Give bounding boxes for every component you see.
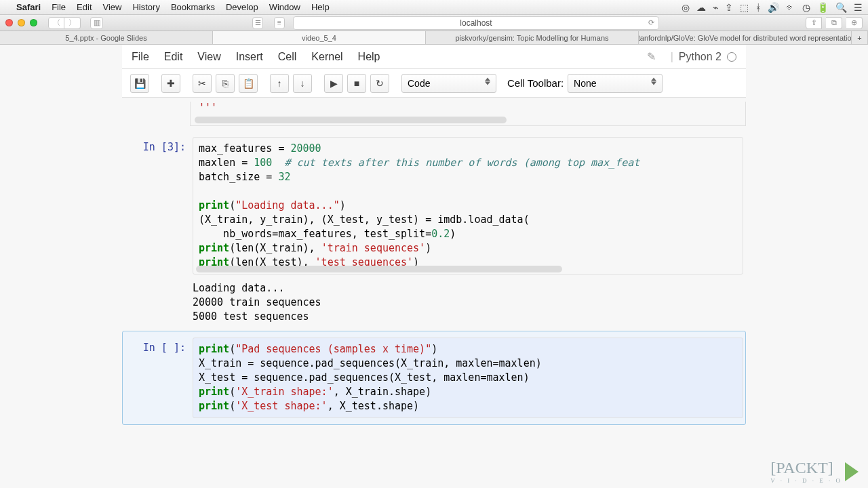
menu-help[interactable]: Help — [311, 2, 330, 12]
sidebar-button[interactable]: ▥ — [90, 17, 103, 29]
code-editor[interactable]: max_features = 20000 maxlen = 100 # cut … — [193, 137, 743, 274]
back-button[interactable]: 〈 — [48, 17, 64, 29]
move-up-button[interactable]: ↑ — [270, 74, 289, 93]
volume-icon[interactable]: 🔊 — [768, 2, 779, 13]
downloads-button[interactable]: ⊕ — [846, 17, 863, 29]
browser-tab[interactable]: piskvorky/gensim: Topic Modelling for Hu… — [426, 31, 639, 44]
browser-toolbar: 〈 〉 ▥ ☰ ≡ localhost ⟳ ⇧ ⧉ ⊕ — [0, 15, 868, 31]
status-icon[interactable]: ⇪ — [725, 2, 733, 13]
reader-button[interactable]: ☰ — [252, 17, 263, 29]
nb-menu-view[interactable]: View — [197, 51, 220, 63]
menu-file[interactable]: File — [52, 2, 66, 12]
wifi-icon[interactable]: ᯤ — [786, 2, 795, 13]
notebook-cells: ''' In [3]: max_features = 20000 maxlen … — [122, 102, 746, 439]
spotlight-icon[interactable]: 🔍 — [835, 2, 847, 13]
status-icon[interactable]: ⌁ — [713, 2, 718, 13]
horizontal-scrollbar[interactable] — [195, 117, 507, 123]
kernel-name: Python 2 — [679, 51, 722, 63]
browser-tab[interactable]: stanfordnlp/GloVe: GloVe model for distr… — [639, 31, 852, 44]
cell-prompt: In [3]: — [125, 137, 193, 274]
menu-history[interactable]: History — [132, 2, 159, 12]
notebook-menubar: File Edit View Insert Cell Kernel Help ✎… — [122, 45, 746, 69]
browser-tab[interactable]: 5_4.pptx - Google Slides — [0, 31, 213, 44]
browser-tabs: 5_4.pptx - Google Slides video_5_4 piskv… — [0, 31, 868, 45]
notebook-toolbar: 💾 ✚ ✂ ⎘ 📋 ↑ ↓ ▶ ■ ↻ Code Cell Toolbar: N… — [122, 69, 746, 98]
nb-menu-insert[interactable]: Insert — [236, 51, 263, 63]
share-button[interactable]: ⇧ — [806, 17, 822, 29]
restart-button[interactable]: ↻ — [370, 74, 389, 93]
nb-menu-edit[interactable]: Edit — [164, 51, 183, 63]
menu-edit[interactable]: Edit — [77, 2, 92, 12]
output-prompt — [125, 279, 193, 324]
status-icon[interactable]: ◎ — [682, 2, 690, 13]
cell-output: Loading data... 20000 train sequences 50… — [193, 279, 743, 324]
menubar-status-icons: ◎ ☁ ⌁ ⇪ ⬚ ᚼ 🔊 ᯤ ◷ 🔋 🔍 ☰ — [682, 2, 863, 13]
tabs-button[interactable]: ⧉ — [826, 17, 842, 29]
horizontal-scrollbar[interactable] — [196, 266, 562, 272]
menu-develop[interactable]: Develop — [226, 2, 258, 12]
stop-button[interactable]: ■ — [347, 74, 366, 93]
code-cell-partial: ''' — [122, 102, 746, 126]
macos-menubar: Safari File Edit View History Bookmarks … — [0, 0, 868, 15]
cell-prompt: In [ ]: — [125, 338, 193, 418]
cell-prompt — [122, 102, 190, 126]
reload-icon[interactable]: ⟳ — [648, 18, 654, 27]
paste-button[interactable]: 📋 — [239, 74, 258, 93]
kernel-status-icon[interactable] — [727, 52, 736, 62]
code-cell[interactable]: In [3]: max_features = 20000 maxlen = 10… — [122, 130, 746, 331]
cut-button[interactable]: ✂ — [193, 74, 212, 93]
code-editor[interactable]: print("Pad sequences (samples x time)") … — [193, 338, 743, 418]
packt-watermark: [PACKT] V · I · D · E · O — [770, 459, 859, 484]
nb-menu-help[interactable]: Help — [358, 51, 380, 63]
cell-toolbar-label: Cell Toolbar: — [507, 77, 564, 89]
new-tab-button[interactable]: + — [852, 31, 868, 44]
copy-button[interactable]: ⎘ — [216, 74, 235, 93]
address-bar[interactable]: localhost ⟳ — [293, 16, 659, 30]
move-down-button[interactable]: ↓ — [293, 74, 312, 93]
menu-view[interactable]: View — [103, 2, 122, 12]
cell-toolbar-select[interactable]: None — [568, 74, 663, 93]
app-name[interactable]: Safari — [16, 2, 41, 12]
battery-icon[interactable]: 🔋 — [817, 2, 829, 13]
nb-menu-cell[interactable]: Cell — [278, 51, 297, 63]
url-text: localhost — [460, 18, 492, 28]
zoom-window-button[interactable] — [30, 19, 37, 26]
browser-tab[interactable]: video_5_4 — [213, 31, 426, 44]
menu-icon[interactable]: ☰ — [854, 2, 863, 13]
bluetooth-icon[interactable]: ᚼ — [755, 2, 761, 13]
dropbox-icon[interactable]: ⬚ — [740, 2, 749, 13]
close-window-button[interactable] — [5, 19, 13, 26]
nb-menu-file[interactable]: File — [132, 51, 149, 63]
add-cell-button[interactable]: ✚ — [161, 74, 180, 93]
forward-button[interactable]: 〉 — [64, 17, 81, 29]
save-button[interactable]: 💾 — [130, 74, 149, 93]
code-cell-selected[interactable]: In [ ]: print("Pad sequences (samples x … — [122, 331, 746, 425]
menu-window[interactable]: Window — [269, 2, 300, 12]
clock-icon[interactable]: ◷ — [802, 2, 810, 13]
play-icon — [845, 462, 859, 481]
run-button[interactable]: ▶ — [324, 74, 343, 93]
nb-menu-kernel[interactable]: Kernel — [311, 51, 342, 63]
site-settings-button[interactable]: ≡ — [274, 17, 285, 29]
cell-type-select[interactable]: Code — [401, 74, 496, 93]
minimize-window-button[interactable] — [18, 19, 25, 26]
menu-bookmarks[interactable]: Bookmarks — [171, 2, 215, 12]
traffic-lights — [5, 19, 37, 26]
status-icon[interactable]: ☁ — [696, 2, 706, 13]
edit-icon[interactable]: ✎ — [647, 50, 656, 63]
code-remnant[interactable]: ''' — [190, 102, 746, 126]
